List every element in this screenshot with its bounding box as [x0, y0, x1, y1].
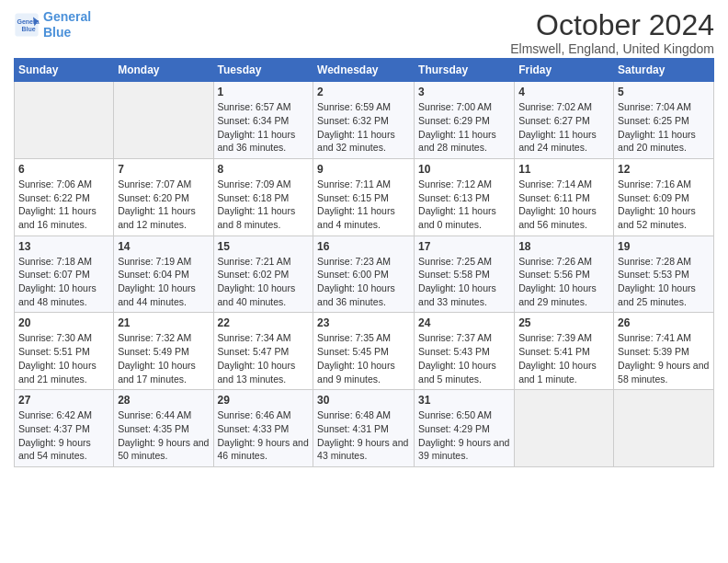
calendar-cell: 8Sunrise: 7:09 AMSunset: 6:18 PMDaylight…	[213, 158, 313, 236]
calendar-cell: 11Sunrise: 7:14 AMSunset: 6:11 PMDayligh…	[515, 158, 614, 236]
day-number: 20	[18, 316, 109, 329]
calendar-week-row: 6Sunrise: 7:06 AMSunset: 6:22 PMDaylight…	[15, 158, 714, 236]
day-detail: Sunrise: 7:21 AMSunset: 6:02 PMDaylight:…	[218, 255, 310, 309]
logo: General Blue General Blue	[14, 9, 91, 40]
calendar-cell: 20Sunrise: 7:30 AMSunset: 5:51 PMDayligh…	[15, 313, 114, 390]
logo-text-line2: Blue	[43, 25, 91, 40]
calendar-cell: 10Sunrise: 7:12 AMSunset: 6:13 PMDayligh…	[415, 158, 515, 236]
day-detail: Sunrise: 7:18 AMSunset: 6:07 PMDaylight:…	[18, 255, 109, 309]
day-number: 14	[118, 240, 209, 253]
calendar-cell: 16Sunrise: 7:23 AMSunset: 6:00 PMDayligh…	[313, 236, 415, 313]
calendar-cell: 22Sunrise: 7:34 AMSunset: 5:47 PMDayligh…	[213, 313, 313, 390]
day-number: 17	[418, 240, 510, 253]
day-number: 16	[317, 240, 410, 253]
calendar-week-row: 27Sunrise: 6:42 AMSunset: 4:37 PMDayligh…	[15, 390, 714, 467]
calendar-cell: 6Sunrise: 7:06 AMSunset: 6:22 PMDaylight…	[15, 158, 114, 236]
day-detail: Sunrise: 7:35 AMSunset: 5:45 PMDaylight:…	[317, 331, 410, 385]
day-number: 31	[418, 394, 510, 407]
calendar-cell: 17Sunrise: 7:25 AMSunset: 5:58 PMDayligh…	[415, 236, 515, 313]
calendar-cell	[614, 390, 714, 467]
day-number: 22	[218, 316, 310, 329]
calendar-cell: 21Sunrise: 7:32 AMSunset: 5:49 PMDayligh…	[114, 313, 213, 390]
calendar-cell: 19Sunrise: 7:28 AMSunset: 5:53 PMDayligh…	[614, 236, 714, 313]
weekday-header: Friday	[515, 59, 614, 82]
weekday-header: Sunday	[15, 59, 114, 82]
day-number: 25	[518, 316, 609, 329]
calendar-cell: 23Sunrise: 7:35 AMSunset: 5:45 PMDayligh…	[313, 313, 415, 390]
calendar-cell: 15Sunrise: 7:21 AMSunset: 6:02 PMDayligh…	[213, 236, 313, 313]
calendar-cell	[15, 82, 114, 159]
day-detail: Sunrise: 7:16 AMSunset: 6:09 PMDaylight:…	[618, 178, 710, 232]
calendar-cell	[515, 390, 614, 467]
logo-text-line1: General	[43, 9, 91, 25]
day-detail: Sunrise: 7:14 AMSunset: 6:11 PMDaylight:…	[518, 178, 609, 232]
day-detail: Sunrise: 7:07 AMSunset: 6:20 PMDaylight:…	[118, 178, 209, 232]
calendar-cell: 26Sunrise: 7:41 AMSunset: 5:39 PMDayligh…	[614, 313, 714, 390]
month-title: October 2024	[510, 9, 714, 41]
day-number: 30	[317, 394, 410, 407]
calendar-cell: 2Sunrise: 6:59 AMSunset: 6:32 PMDaylight…	[313, 82, 415, 159]
calendar-cell: 24Sunrise: 7:37 AMSunset: 5:43 PMDayligh…	[415, 313, 515, 390]
day-number: 2	[317, 86, 410, 98]
weekday-header: Saturday	[614, 59, 714, 82]
day-detail: Sunrise: 7:09 AMSunset: 6:18 PMDaylight:…	[218, 178, 310, 232]
calendar-cell: 12Sunrise: 7:16 AMSunset: 6:09 PMDayligh…	[614, 158, 714, 236]
day-detail: Sunrise: 7:19 AMSunset: 6:04 PMDaylight:…	[118, 255, 209, 309]
day-number: 3	[418, 86, 510, 98]
calendar-cell: 7Sunrise: 7:07 AMSunset: 6:20 PMDaylight…	[114, 158, 213, 236]
page-header: General Blue General Blue October 2024 E…	[14, 9, 714, 56]
calendar-cell: 4Sunrise: 7:02 AMSunset: 6:27 PMDaylight…	[515, 82, 614, 159]
day-number: 5	[618, 86, 710, 98]
weekday-header: Monday	[114, 59, 213, 82]
day-detail: Sunrise: 7:26 AMSunset: 5:56 PMDaylight:…	[518, 255, 609, 309]
calendar-cell: 1Sunrise: 6:57 AMSunset: 6:34 PMDaylight…	[213, 82, 313, 159]
calendar-cell: 5Sunrise: 7:04 AMSunset: 6:25 PMDaylight…	[614, 82, 714, 159]
day-number: 27	[18, 394, 109, 407]
title-block: October 2024 Elmswell, England, United K…	[510, 9, 714, 56]
day-number: 8	[218, 163, 310, 176]
day-detail: Sunrise: 6:50 AMSunset: 4:29 PMDaylight:…	[418, 408, 510, 463]
calendar-cell	[114, 82, 213, 159]
day-detail: Sunrise: 7:30 AMSunset: 5:51 PMDaylight:…	[18, 331, 109, 385]
day-detail: Sunrise: 6:42 AMSunset: 4:37 PMDaylight:…	[18, 408, 109, 463]
calendar-cell: 28Sunrise: 6:44 AMSunset: 4:35 PMDayligh…	[114, 390, 213, 467]
day-number: 24	[418, 316, 510, 329]
day-detail: Sunrise: 7:34 AMSunset: 5:47 PMDaylight:…	[218, 331, 310, 385]
day-detail: Sunrise: 6:46 AMSunset: 4:33 PMDaylight:…	[218, 408, 310, 463]
day-detail: Sunrise: 7:32 AMSunset: 5:49 PMDaylight:…	[118, 331, 209, 385]
day-number: 7	[118, 163, 209, 176]
calendar-cell: 9Sunrise: 7:11 AMSunset: 6:15 PMDaylight…	[313, 158, 415, 236]
logo-icon: General Blue	[14, 12, 40, 38]
day-detail: Sunrise: 7:12 AMSunset: 6:13 PMDaylight:…	[418, 178, 510, 232]
day-number: 18	[518, 240, 609, 253]
calendar-cell: 13Sunrise: 7:18 AMSunset: 6:07 PMDayligh…	[15, 236, 114, 313]
calendar-cell: 31Sunrise: 6:50 AMSunset: 4:29 PMDayligh…	[415, 390, 515, 467]
day-number: 6	[18, 163, 109, 176]
day-detail: Sunrise: 7:39 AMSunset: 5:41 PMDaylight:…	[518, 331, 609, 385]
weekday-header: Tuesday	[213, 59, 313, 82]
day-number: 28	[118, 394, 209, 407]
calendar-cell: 29Sunrise: 6:46 AMSunset: 4:33 PMDayligh…	[213, 390, 313, 467]
day-detail: Sunrise: 7:00 AMSunset: 6:29 PMDaylight:…	[418, 100, 510, 155]
calendar-cell: 25Sunrise: 7:39 AMSunset: 5:41 PMDayligh…	[515, 313, 614, 390]
day-number: 11	[518, 163, 609, 176]
calendar-cell: 18Sunrise: 7:26 AMSunset: 5:56 PMDayligh…	[515, 236, 614, 313]
calendar-table: SundayMondayTuesdayWednesdayThursdayFrid…	[14, 58, 714, 467]
day-detail: Sunrise: 7:37 AMSunset: 5:43 PMDaylight:…	[418, 331, 510, 385]
calendar-cell: 3Sunrise: 7:00 AMSunset: 6:29 PMDaylight…	[415, 82, 515, 159]
day-detail: Sunrise: 7:04 AMSunset: 6:25 PMDaylight:…	[618, 100, 710, 155]
calendar-week-row: 13Sunrise: 7:18 AMSunset: 6:07 PMDayligh…	[15, 236, 714, 313]
day-number: 29	[218, 394, 310, 407]
svg-text:Blue: Blue	[21, 26, 35, 32]
day-number: 23	[317, 316, 410, 329]
location: Elmswell, England, United Kingdom	[510, 41, 714, 56]
day-detail: Sunrise: 7:28 AMSunset: 5:53 PMDaylight:…	[618, 255, 710, 309]
day-number: 21	[118, 316, 209, 329]
day-detail: Sunrise: 7:06 AMSunset: 6:22 PMDaylight:…	[18, 178, 109, 232]
day-number: 9	[317, 163, 410, 176]
calendar-week-row: 20Sunrise: 7:30 AMSunset: 5:51 PMDayligh…	[15, 313, 714, 390]
day-detail: Sunrise: 7:11 AMSunset: 6:15 PMDaylight:…	[317, 178, 410, 232]
day-detail: Sunrise: 6:44 AMSunset: 4:35 PMDaylight:…	[118, 408, 209, 463]
day-detail: Sunrise: 6:48 AMSunset: 4:31 PMDaylight:…	[317, 408, 410, 463]
calendar-cell: 30Sunrise: 6:48 AMSunset: 4:31 PMDayligh…	[313, 390, 415, 467]
